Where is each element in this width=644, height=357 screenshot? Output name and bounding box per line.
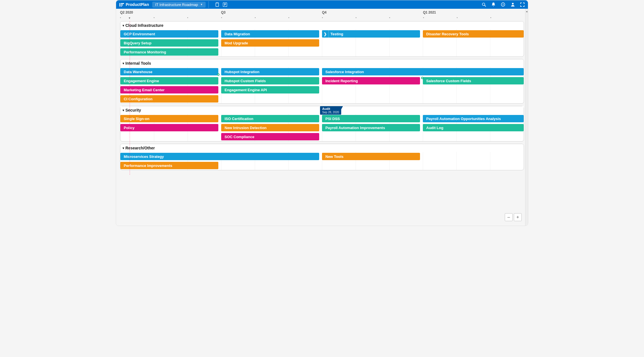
parking-lot-icon[interactable]: P	[223, 2, 227, 7]
brand-name: ProductPlan	[126, 2, 149, 7]
roadmap-bar[interactable]: Engagement Engine	[120, 77, 218, 84]
roadmap-bar[interactable]: PSI DSS	[322, 115, 420, 122]
bar-label: Engagement Engine API	[225, 88, 267, 92]
lane-body: Microservices StrategyNew ToolsPerforman…	[120, 152, 524, 170]
dependency-connector-icon[interactable]	[217, 73, 219, 76]
roadmap-bar[interactable]: Incident Reporting	[322, 77, 420, 84]
roadmap-bar[interactable]: Mod Upgrade	[221, 39, 319, 47]
roadmap-bar[interactable]: New Intrusion Detection	[221, 124, 319, 131]
lane-header[interactable]: ▾Cloud Infrastructure	[120, 21, 524, 29]
timeline-label: Q2 2020	[120, 10, 133, 14]
roadmap-bar[interactable]: ISO Certification	[221, 115, 319, 122]
bar-label: Data Warehouse	[124, 70, 152, 74]
zoom-controls: – +	[505, 213, 522, 221]
bar-label: Data Migration	[225, 32, 250, 36]
clipboard-icon[interactable]	[215, 2, 219, 7]
lane-header[interactable]: ▾Internal Tools	[120, 59, 524, 67]
expand-chevron-icon[interactable]: ❯	[322, 30, 329, 38]
roadmap-bar[interactable]: Engagement Engine API	[221, 86, 319, 93]
roadmap-bar[interactable]: Marketing Email Center	[120, 86, 218, 93]
timeline-label: Q3	[221, 10, 226, 14]
brand-logo[interactable]: ProductPlan	[118, 2, 151, 7]
milestone-title: Audit	[322, 107, 339, 111]
app-window: ProductPlan IT Infrastructure Roadmap ▼ …	[116, 0, 528, 226]
search-icon[interactable]	[482, 2, 486, 7]
dependency-connector-icon[interactable]	[421, 77, 423, 79]
roadmap-bar[interactable]: Policy	[120, 124, 218, 131]
bar-label: Hubspot Integration	[225, 70, 260, 74]
roadmap-bar[interactable]: Payroll Automation Improvements	[322, 124, 420, 131]
roadmap-bar[interactable]: Disaster Recovery Tools	[423, 30, 524, 38]
bar-label: ISO Certification	[225, 117, 253, 121]
lane: ▾Internal ToolsData WarehouseHubspot Int…	[120, 59, 524, 104]
bar-label: Performance Improvements	[124, 164, 172, 168]
divider	[208, 1, 209, 8]
lane-title: Research/Other	[125, 146, 155, 150]
roadmap-bar[interactable]: Hubspot Integration	[221, 68, 319, 75]
bar-label: Incident Reporting	[325, 79, 358, 83]
bar-label: Marketing Email Center	[124, 88, 165, 92]
roadmap-bar[interactable]: BigQuery Setup	[120, 39, 218, 47]
bar-label: Salesforce Integration	[325, 70, 364, 74]
roadmap-name: IT Infrastructure Roadmap	[155, 3, 198, 7]
chevron-down-icon: ▾	[123, 62, 124, 65]
timeline-label: Q4	[322, 10, 327, 14]
bar-label: Engagement Engine	[124, 79, 159, 83]
fullscreen-icon[interactable]	[520, 2, 525, 7]
roadmap-bar[interactable]: Performance Improvements	[120, 162, 218, 169]
svg-line-9	[484, 5, 486, 6]
help-icon[interactable]: ?	[501, 2, 505, 7]
roadmap-bar[interactable]: Microservices Strategy	[120, 153, 319, 160]
lane-header[interactable]: ▾Research/Other	[120, 144, 524, 152]
roadmap-canvas[interactable]: Q2 2020Q3Q4Q1 2021 ▼ ▾Cloud Infrastructu…	[116, 9, 528, 226]
zoom-out-button[interactable]: –	[505, 213, 513, 221]
roadmap-bar[interactable]: Payroll Automation Opportunities Analysi…	[423, 115, 524, 122]
bar-label: Hubspot Custom Fields	[225, 79, 266, 83]
roadmap-bar[interactable]: Hubspot Custom Fields	[221, 77, 319, 84]
lane-body: GCP EnvironmentData Migration❯TestingDis…	[120, 29, 524, 56]
bar-label: CI Configuration	[124, 97, 153, 101]
svg-rect-1	[121, 3, 124, 4]
bar-label: Payroll Automation Improvements	[325, 126, 385, 130]
svg-point-12	[512, 3, 514, 5]
svg-rect-5	[216, 3, 218, 3]
roadmap-bar[interactable]: Performance Monitoring	[120, 48, 218, 56]
roadmap-bar[interactable]: Audit Log	[423, 124, 524, 131]
chevron-down-icon: ▾	[123, 24, 124, 27]
bar-label: GCP Environment	[124, 32, 155, 36]
right-drawer-toggle[interactable]: ◂	[525, 9, 528, 226]
bar-label: Audit Log	[426, 126, 443, 130]
roadmap-selector[interactable]: IT Infrastructure Roadmap ▼	[152, 2, 205, 8]
roadmap-bar[interactable]: Salesforce Custom Fields	[423, 77, 524, 84]
roadmap-bar[interactable]: Data Warehouse	[120, 68, 218, 75]
bar-label: Policy	[124, 126, 134, 130]
svg-text:?: ?	[502, 3, 504, 6]
bar-label: BigQuery Setup	[124, 41, 151, 45]
lane-body: Single Sign-onISO CertificationPSI DSSPa…	[120, 114, 524, 141]
timeline-ticks	[120, 17, 524, 20]
lane-body: Data WarehouseHubspot IntegrationSalesfo…	[120, 67, 524, 103]
roadmap-bar[interactable]: CI Configuration	[120, 95, 218, 103]
bar-label: Testing	[330, 32, 343, 36]
bar-label: New Intrusion Detection	[225, 126, 267, 130]
roadmap-bar[interactable]: Salesforce Integration	[322, 68, 524, 75]
svg-rect-0	[119, 3, 120, 6]
bar-label: Payroll Automation Opportunities Analysi…	[426, 117, 501, 121]
bar-label: PSI DSS	[325, 117, 340, 121]
roadmap-bar[interactable]: Data Migration	[221, 30, 319, 38]
roadmap-bar[interactable]: GCP Environment	[120, 30, 218, 38]
roadmap-bar[interactable]: New Tools	[322, 153, 420, 160]
chevron-down-icon: ▾	[123, 146, 124, 150]
bar-label: Salesforce Custom Fields	[426, 79, 471, 83]
roadmap-bar[interactable]: ❯Testing	[322, 30, 420, 38]
milestone-tag[interactable]: AuditSep 28, 2020	[320, 106, 341, 115]
bar-label: SOC Compliance	[225, 135, 254, 139]
user-icon[interactable]	[510, 2, 515, 7]
bell-icon[interactable]	[491, 2, 496, 7]
roadmap-bar[interactable]: Single Sign-on	[120, 115, 218, 122]
bar-label: Disaster Recovery Tools	[426, 32, 469, 36]
zoom-in-button[interactable]: +	[514, 213, 522, 221]
milestone-date: Sep 28, 2020	[322, 111, 339, 114]
lane: ▾Research/OtherMicroservices StrategyNew…	[120, 144, 524, 170]
roadmap-bar[interactable]: SOC Compliance	[221, 133, 319, 140]
